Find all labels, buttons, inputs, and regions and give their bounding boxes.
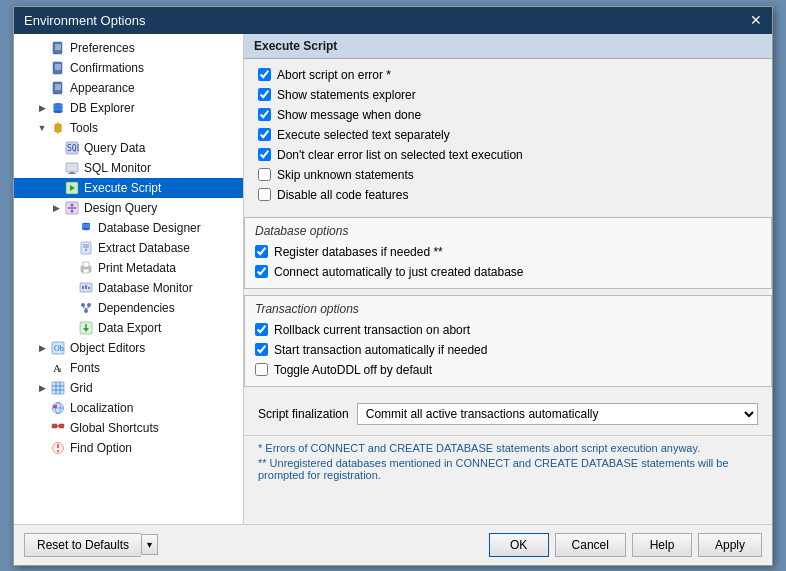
checkbox-connect-auto[interactable] — [255, 265, 268, 278]
checkbox-show-message[interactable] — [258, 108, 271, 121]
checkbox-skip-unknown[interactable] — [258, 168, 271, 181]
finalization-area: Script finalization Commit all active tr… — [244, 393, 772, 435]
tree-item-preferences[interactable]: Preferences — [14, 38, 243, 58]
tree-item-fonts[interactable]: AaFonts — [14, 358, 243, 378]
reset-button[interactable]: Reset to Defaults — [24, 533, 141, 557]
locale-icon — [50, 400, 66, 416]
checkbox-disable-code[interactable] — [258, 188, 271, 201]
expand-icon-global-shortcuts — [36, 422, 48, 434]
tree-item-label-database-designer: Database Designer — [98, 221, 201, 235]
tree-item-data-export[interactable]: Data Export — [14, 318, 243, 338]
tree-item-label-execute-script: Execute Script — [84, 181, 161, 195]
checkbox-dont-clear-error[interactable] — [258, 148, 271, 161]
expand-icon-object-editors: ▶ — [36, 342, 48, 354]
svg-rect-19 — [66, 163, 78, 172]
checkbox-abort-on-error[interactable] — [258, 68, 271, 81]
tree-item-grid[interactable]: ▶Grid — [14, 378, 243, 398]
tree-item-database-monitor[interactable]: Database Monitor — [14, 278, 243, 298]
tree-item-tools[interactable]: ▼Tools — [14, 118, 243, 138]
checkbox-label-register-db[interactable]: Register databases if needed ** — [274, 245, 443, 259]
tree-item-query-data[interactable]: SQLQuery Data — [14, 138, 243, 158]
tree-item-confirmations[interactable]: Confirmations — [14, 58, 243, 78]
export-icon — [78, 320, 94, 336]
svg-rect-31 — [81, 242, 91, 254]
checkbox-label-show-statements[interactable]: Show statements explorer — [277, 88, 416, 102]
tree-item-label-global-shortcuts: Global Shortcuts — [70, 421, 159, 435]
tree-item-localization[interactable]: Localization — [14, 398, 243, 418]
tree-item-appearance[interactable]: Appearance — [14, 78, 243, 98]
help-button[interactable]: Help — [632, 533, 692, 557]
svg-text:Ob: Ob — [54, 344, 64, 353]
checkbox-label-disable-code[interactable]: Disable all code features — [277, 188, 408, 202]
checkbox-label-toggle-autodll[interactable]: Toggle AutoDDL off by default — [274, 363, 432, 377]
tree-item-label-localization: Localization — [70, 401, 133, 415]
checkbox-label-rollback[interactable]: Rollback current transaction on abort — [274, 323, 470, 337]
objedit-icon: Ob — [50, 340, 66, 356]
bottom-right: OK Cancel Help Apply — [489, 533, 762, 557]
tree-item-label-print-metadata: Print Metadata — [98, 261, 176, 275]
apply-button[interactable]: Apply — [698, 533, 762, 557]
svg-point-44 — [84, 309, 88, 313]
footnote-area: * Errors of CONNECT and CREATE DATABASE … — [244, 435, 772, 487]
transaction-options-title: Transaction options — [255, 302, 761, 316]
expand-icon-extract-database — [64, 242, 76, 254]
checkbox-row-rollback: Rollback current transaction on abort — [255, 320, 761, 340]
expand-icon-find-option — [36, 442, 48, 454]
dialog-title: Environment Options — [24, 13, 145, 28]
tree-item-label-db-explorer: DB Explorer — [70, 101, 135, 115]
tree-item-sql-monitor[interactable]: SQL Monitor — [14, 158, 243, 178]
checkbox-label-execute-selected[interactable]: Execute selected text separately — [277, 128, 450, 142]
cancel-button[interactable]: Cancel — [555, 533, 626, 557]
checkbox-register-db[interactable] — [255, 245, 268, 258]
expand-icon-execute-script — [50, 182, 62, 194]
tree-item-print-metadata[interactable]: Print Metadata — [14, 258, 243, 278]
checkbox-start-auto[interactable] — [255, 343, 268, 356]
tree-item-execute-script[interactable]: Execute Script — [14, 178, 243, 198]
option-icon — [50, 440, 66, 456]
tree-item-label-appearance: Appearance — [70, 81, 135, 95]
checkbox-label-start-auto[interactable]: Start transaction automatically if neede… — [274, 343, 487, 357]
tree-item-object-editors[interactable]: ▶ObObject Editors — [14, 338, 243, 358]
checkbox-toggle-autodll[interactable] — [255, 363, 268, 376]
expand-icon-database-designer — [64, 222, 76, 234]
checkbox-label-abort-on-error[interactable]: Abort script on error * — [277, 68, 391, 82]
svg-rect-37 — [83, 269, 89, 273]
svg-rect-0 — [53, 42, 62, 54]
svg-rect-8 — [53, 82, 62, 94]
tree-item-label-database-monitor: Database Monitor — [98, 281, 193, 295]
checkbox-label-skip-unknown[interactable]: Skip unknown statements — [277, 168, 414, 182]
tree-item-extract-database[interactable]: Extract Database — [14, 238, 243, 258]
bottom-bar: Reset to Defaults ▾ OK Cancel Help Apply — [14, 524, 772, 565]
reset-arrow-button[interactable]: ▾ — [141, 534, 158, 555]
tree-item-dependencies[interactable]: Dependencies — [14, 298, 243, 318]
tree-item-label-data-export: Data Export — [98, 321, 161, 335]
checkbox-row-show-message: Show message when done — [258, 105, 758, 125]
checkbox-execute-selected[interactable] — [258, 128, 271, 141]
tree-item-design-query[interactable]: ▶Design Query — [14, 198, 243, 218]
svg-point-26 — [71, 203, 74, 206]
ok-button[interactable]: OK — [489, 533, 549, 557]
page-icon — [50, 60, 66, 76]
fonts-icon: Aa — [50, 360, 66, 376]
checkbox-label-dont-clear-error[interactable]: Don't clear error list on selected text … — [277, 148, 523, 162]
checkbox-show-statements[interactable] — [258, 88, 271, 101]
checkbox-label-show-message[interactable]: Show message when done — [277, 108, 421, 122]
bottom-left: Reset to Defaults ▾ — [24, 533, 158, 557]
tree-item-db-explorer[interactable]: ▶DB Explorer — [14, 98, 243, 118]
checkbox-rollback[interactable] — [255, 323, 268, 336]
svg-point-30 — [82, 227, 90, 229]
svg-point-27 — [71, 209, 74, 212]
svg-point-68 — [57, 450, 59, 452]
checkbox-label-connect-auto[interactable]: Connect automatically to just created da… — [274, 265, 523, 279]
tree-item-database-designer[interactable]: Database Designer — [14, 218, 243, 238]
query-icon: SQL — [64, 140, 80, 156]
tree-item-find-option[interactable]: Find Option — [14, 438, 243, 458]
expand-icon-print-metadata — [64, 262, 76, 274]
footnote1: * Errors of CONNECT and CREATE DATABASE … — [258, 442, 758, 454]
tree-item-label-preferences: Preferences — [70, 41, 135, 55]
finalization-select[interactable]: Commit all active transactions automatic… — [357, 403, 758, 425]
tree-item-global-shortcuts[interactable]: Global Shortcuts — [14, 418, 243, 438]
checkbox-row-execute-selected: Execute selected text separately — [258, 125, 758, 145]
close-button[interactable]: ✕ — [750, 13, 762, 27]
tree-item-label-dependencies: Dependencies — [98, 301, 175, 315]
